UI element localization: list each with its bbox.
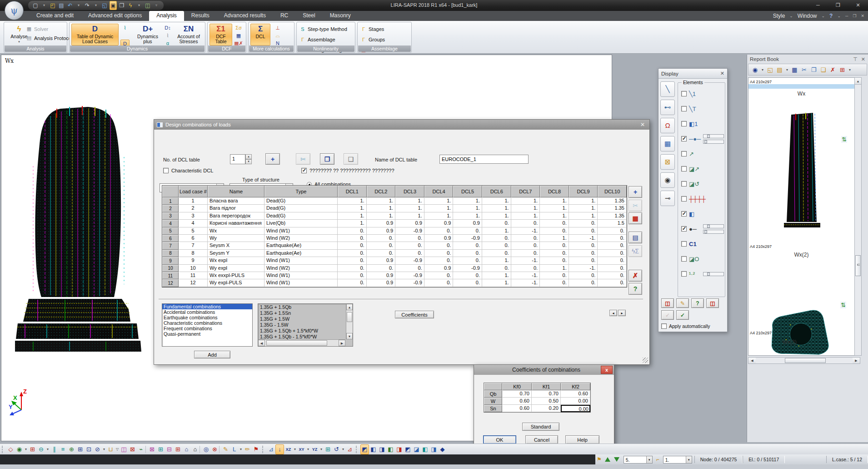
display-element-checkbox[interactable] — [681, 106, 687, 111]
soil-icon[interactable]: ⌓ — [273, 32, 282, 39]
row-header[interactable]: 7 — [162, 242, 179, 249]
column-header[interactable]: DCL8 — [540, 186, 569, 197]
display-panel-button[interactable]: ✓ — [661, 310, 674, 320]
help-button[interactable]: ? — [629, 283, 642, 295]
account-of-stresses-button[interactable]: ΣN Account of Stresses — [173, 24, 204, 45]
display-element-checkbox[interactable] — [681, 226, 687, 232]
display-element-checkbox[interactable] — [681, 256, 687, 262]
report-toolbar-icon[interactable]: ▦ — [791, 66, 798, 73]
table-row[interactable]: 1 1 Власна вага Dead(G) 1. 1. 1. 1. 1. 1… — [162, 197, 627, 205]
display-element-sliders[interactable] — [703, 272, 724, 276]
display-panel-button[interactable]: ◫ — [661, 298, 674, 308]
column-header[interactable]: DCL10 — [598, 186, 627, 197]
ribbon-tab[interactable]: Advanced edit options — [81, 11, 149, 21]
display-panel-button[interactable]: ◫ — [706, 298, 719, 308]
column-header[interactable]: DCL6 — [482, 186, 511, 197]
bottom-toolbar-icon[interactable]: ⊕ — [67, 445, 76, 454]
scroll-up-icon[interactable]: ▲ — [346, 304, 353, 310]
report-book-content[interactable]: A4 210x297 Wx A4 210x297 — [748, 77, 855, 356]
ribbon-tab[interactable]: Results — [184, 11, 217, 21]
view-cube-icon[interactable]: ◧ — [386, 445, 395, 454]
scrollbar-thumb[interactable] — [266, 340, 327, 346]
display-tool-button[interactable]: ╲ — [660, 81, 675, 97]
table-row[interactable]: 4 4 Корисні навантаження Live(Qb) 1. 0.9… — [162, 220, 627, 227]
display-tool-button[interactable]: Ω — [660, 118, 675, 133]
view-projection-icon[interactable]: ↓ — [275, 444, 284, 454]
report-toolbar-icon[interactable]: ❐ — [810, 66, 818, 73]
help-menu[interactable]: ? — [829, 13, 833, 19]
table-row[interactable]: 9 9 Wx expl Wind (W1) 0. 0.9 -0.9 0. 0. … — [162, 257, 627, 264]
ribbon-tab[interactable]: Masonry — [323, 11, 358, 21]
table-row[interactable]: 2 2 Вага підлог Dead(G) 1. 1. 1. 1. 1. 1… — [162, 205, 627, 212]
display-tool-button[interactable]: ◉ — [660, 172, 675, 188]
display-tool-button[interactable]: ⊠ — [660, 154, 675, 170]
column-header[interactable]: DCL5 — [453, 186, 482, 197]
dynamics-plus-button[interactable]: D+ Dynamics plus — [133, 24, 162, 45]
characteristic-dcl-checkbox[interactable] — [163, 168, 169, 173]
view-projection-icon[interactable]: ⊞ — [324, 445, 332, 454]
combination-type-item[interactable]: Fundamental combinations — [162, 304, 252, 309]
view-cube-icon[interactable]: ◨ — [395, 445, 404, 454]
row-header[interactable]: 8 — [162, 250, 179, 257]
row-header[interactable]: 11 — [162, 272, 179, 279]
view-cube-icon[interactable]: ◩ — [404, 445, 412, 454]
scroll-down-icon[interactable]: ▼ — [346, 333, 353, 339]
garbled-option-checkbox[interactable] — [301, 168, 307, 173]
display-panel-button[interactable]: ✎ — [676, 298, 689, 308]
cancel-button[interactable]: Cancel — [525, 435, 558, 444]
display-element-sliders[interactable] — [703, 224, 724, 234]
view-cube-icon[interactable]: ◨ — [429, 445, 438, 454]
view-projection-icon[interactable]: ▾ — [293, 445, 297, 454]
table-row[interactable]: 5 5 Wx Wind (W1) 0. 0.9 -0.9 0. 0. 1. -1… — [162, 227, 627, 235]
combination-type-item[interactable]: Characteristic combinations — [162, 320, 252, 326]
bottom-toolbar-icon[interactable]: ▾ — [24, 445, 28, 454]
report-toolbar-icon[interactable]: ✗ — [829, 66, 837, 73]
scale-select[interactable]: 5. ▾ — [624, 456, 653, 464]
bottom-toolbar-icon[interactable]: ⌂ — [191, 445, 200, 454]
bottom-toolbar-icon[interactable]: ✎ — [221, 445, 230, 454]
bottom-toolbar-icon[interactable]: ⊞ — [174, 445, 182, 454]
cut-table-button[interactable]: ✂ — [296, 153, 310, 165]
view-cube-icon[interactable]: ◪ — [412, 445, 421, 454]
minimize-button[interactable]: ─ — [808, 0, 828, 10]
display-panel-titlebar[interactable]: Display ✕ — [658, 69, 727, 79]
save-button[interactable]: ▤ — [629, 232, 642, 243]
row-header[interactable]: 1 — [162, 197, 179, 205]
view-cube-icon[interactable]: ◩ — [360, 444, 369, 454]
spin-down-icon[interactable]: ▼ — [245, 159, 252, 164]
view-projection-icon[interactable]: YZ — [310, 445, 319, 454]
bottom-toolbar-icon[interactable]: ⊡ — [85, 445, 93, 454]
bottom-toolbar-icon[interactable]: ⌂ — [182, 445, 191, 454]
spring-icon[interactable]: ⌇ — [163, 32, 172, 39]
report-toolbar-icon[interactable]: ▾ — [785, 68, 789, 72]
column-header[interactable]: DCL1 — [338, 186, 367, 197]
bottom-toolbar-icon[interactable]: ⊞ — [28, 445, 37, 454]
report-toolbar-icon[interactable]: ⊞ — [838, 66, 846, 73]
display-element-checkbox[interactable] — [681, 121, 687, 126]
decrease-icon[interactable] — [614, 457, 619, 462]
report-toolbar-icon[interactable]: ◱ — [766, 66, 774, 73]
swap-pages-icon[interactable]: ⇅ — [840, 302, 846, 308]
report-toolbar-icon[interactable]: ▾ — [848, 68, 852, 72]
selected-report-row[interactable] — [748, 84, 854, 89]
row-header[interactable]: 6 — [162, 235, 179, 242]
row-header[interactable]: 3 — [162, 212, 179, 220]
add-combination-button[interactable]: Add — [194, 351, 230, 358]
row-header[interactable]: 2 — [162, 205, 179, 212]
formula-item[interactable]: 1.35G + 1.5Qb - 1.5*kf0*W — [259, 334, 345, 339]
combination-type-item[interactable]: Earthquake combinations — [162, 315, 252, 320]
grid-icon[interactable]: ▦ — [234, 32, 243, 39]
view-projection-icon[interactable]: ▾ — [319, 445, 324, 454]
dcf-table-button[interactable]: Σ1 DCF Table — [210, 24, 232, 45]
coef-cell[interactable]: 0.20 — [532, 405, 561, 412]
row-header[interactable]: 4 — [162, 220, 179, 227]
flags-icon[interactable]: ⚑ — [597, 456, 602, 463]
toolbar-grip[interactable] — [2, 446, 5, 453]
coef-cell[interactable]: 0.00 — [561, 398, 590, 405]
formulas-vscrollbar[interactable]: ▲ ▼ — [346, 304, 353, 339]
bottom-toolbar-icon[interactable]: ▾ — [102, 445, 106, 454]
scroll-left-icon[interactable]: ◀ — [258, 340, 265, 346]
help-button[interactable]: Help — [565, 435, 599, 444]
coef-cell[interactable]: 0.70 — [532, 390, 561, 398]
scroll-right-icon[interactable]: ▶ — [339, 340, 345, 346]
